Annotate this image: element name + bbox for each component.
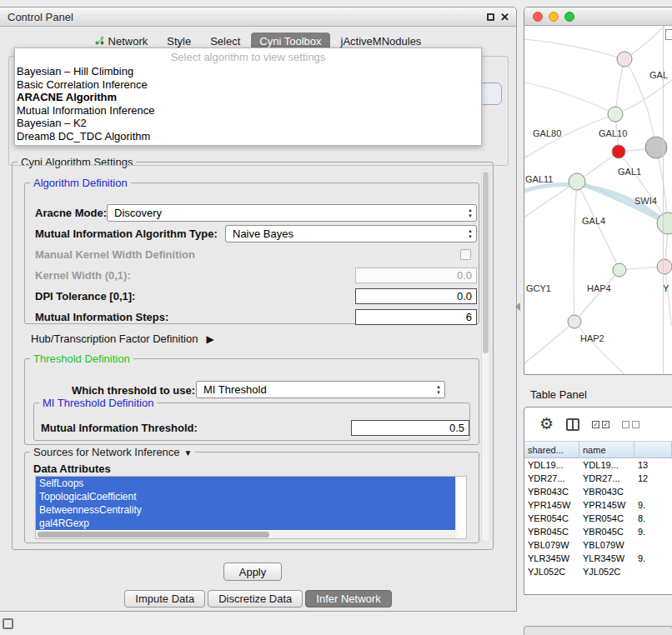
mi-steps-field[interactable]: 6 bbox=[355, 309, 477, 325]
apply-button[interactable]: Apply bbox=[223, 562, 282, 581]
data-attributes-list[interactable]: SelfLoopsTopologicalCoefficientBetweenne… bbox=[35, 476, 467, 539]
network-node[interactable] bbox=[617, 52, 632, 67]
which-threshold-select[interactable]: MI Threshold ▲▼ bbox=[196, 381, 445, 398]
minimized-panel-icon[interactable] bbox=[3, 618, 13, 629]
table-row[interactable]: YBR043CYBR043C bbox=[524, 485, 672, 498]
settings-scrollbar[interactable] bbox=[481, 169, 490, 542]
network-node-label: GAL bbox=[649, 70, 668, 80]
threshold-definition-group: Threshold Definition Which threshold to … bbox=[24, 358, 479, 445]
float-window-icon[interactable] bbox=[487, 13, 494, 21]
table-row[interactable]: YBR045CYBR045C9. bbox=[524, 525, 672, 538]
network-view-window: GALGAL80GAL10GAL1GAL11SWI4GAL4GCY1HAP4YH… bbox=[524, 7, 672, 375]
table-cell: YER054C bbox=[524, 513, 579, 523]
columns-icon[interactable] bbox=[566, 418, 579, 431]
table-row[interactable]: YDL19...YDL19...13 bbox=[524, 458, 672, 472]
kernel-width-field: 0.0 bbox=[355, 268, 477, 283]
network-edge bbox=[664, 267, 671, 326]
algorithm-definition-group: Algorithm Definition Aracne Mode: Discov… bbox=[24, 182, 479, 324]
network-canvas[interactable]: GALGAL80GAL10GAL1GAL11SWI4GAL4GCY1HAP4YH… bbox=[524, 26, 672, 375]
algorithm-options: Bayesian – Hill ClimbingBasic Correlatio… bbox=[15, 65, 481, 142]
table-cell: YBL079W bbox=[579, 540, 634, 550]
list-horizontal-scrollbar[interactable] bbox=[36, 531, 457, 538]
threshold-definition-title: Threshold Definition bbox=[30, 352, 133, 365]
sources-group: Sources for Network Inference▼ Data Attr… bbox=[24, 452, 479, 543]
bottom-tab-discretize-data[interactable]: Discretize Data bbox=[208, 590, 303, 608]
column-header-extra[interactable] bbox=[634, 442, 672, 458]
bottom-tab-impute-data[interactable]: Impute Data bbox=[124, 590, 205, 608]
column-header-name[interactable]: name bbox=[579, 442, 634, 458]
control-panel-titlebar[interactable]: Control Panel ✕ bbox=[0, 8, 516, 27]
zoom-traffic-light-icon[interactable] bbox=[564, 12, 574, 22]
which-threshold-value: MI Threshold bbox=[203, 383, 267, 396]
close-window-icon[interactable]: ✕ bbox=[500, 12, 509, 22]
combo-arrows-icon: ▲▼ bbox=[468, 228, 473, 240]
splitter-collapse-icon[interactable] bbox=[515, 302, 520, 311]
algorithm-option-basic-correlation-inference[interactable]: Basic Correlation Inference bbox=[15, 78, 481, 92]
network-node[interactable] bbox=[613, 263, 626, 277]
network-node[interactable] bbox=[657, 259, 672, 274]
hub-tf-definition-toggle[interactable]: Hub/Transcription Factor Definition▶ bbox=[31, 332, 214, 345]
table-cell: YBR043C bbox=[524, 487, 579, 497]
mi-threshold-field[interactable]: 0.5 bbox=[351, 420, 469, 436]
table-cell: YPR145W bbox=[524, 500, 579, 510]
network-scroll-button[interactable] bbox=[665, 29, 672, 40]
data-attribute-item-selfloops[interactable]: SelfLoops bbox=[36, 477, 455, 490]
dpi-tolerance-field[interactable]: 0.0 bbox=[355, 288, 477, 304]
table-panel-title: Table Panel bbox=[530, 388, 587, 401]
table-row[interactable]: YPR145WYPR145W9. bbox=[524, 498, 672, 512]
sources-group-title: Sources for Network Inference bbox=[33, 446, 180, 458]
network-node-label: GAL1 bbox=[618, 167, 641, 177]
mi-type-select[interactable]: Naive Bayes ▲▼ bbox=[225, 225, 477, 242]
select-all-columns-icon[interactable]: ✓✓ bbox=[592, 421, 609, 428]
gear-icon[interactable]: ⚙ bbox=[539, 416, 554, 432]
table-row[interactable]: YLR345WYLR345W9. bbox=[524, 552, 672, 565]
network-node[interactable] bbox=[569, 173, 585, 190]
aracne-mode-select[interactable]: Discovery ▲▼ bbox=[107, 204, 477, 222]
data-attribute-item-gal4rgexp[interactable]: gal4RGexp bbox=[36, 517, 455, 530]
network-node-label: HAP4 bbox=[587, 283, 611, 293]
algorithm-option-dream8-dc-tdc-algorithm[interactable]: Dream8 DC_TDC Algorithm bbox=[15, 130, 481, 143]
table-cell: 8. bbox=[634, 513, 672, 523]
data-attribute-item-betweennesscentrality[interactable]: BetweennessCentrality bbox=[36, 503, 455, 517]
window-title: Control Panel bbox=[8, 11, 73, 23]
table-row[interactable]: YDR27...YDR27...12 bbox=[524, 472, 672, 485]
network-node[interactable] bbox=[608, 107, 623, 122]
deselect-all-columns-icon[interactable] bbox=[622, 421, 639, 428]
dpi-tolerance-label: DPI Tolerance [0,1]: bbox=[35, 290, 135, 302]
list-vertical-scrollbar[interactable] bbox=[455, 477, 466, 538]
algorithm-option-mutual-information-inference[interactable]: Mutual Information Inference bbox=[15, 104, 481, 118]
desktop: Control Panel ✕ NetworkStyleSelectCyni T… bbox=[0, 0, 672, 635]
network-node[interactable] bbox=[612, 145, 625, 158]
minimize-traffic-light-icon[interactable] bbox=[549, 12, 559, 22]
table-cell: YDL19... bbox=[579, 460, 634, 470]
table-cell: 13 bbox=[634, 460, 672, 470]
table-row[interactable]: YJL052CYJL052C bbox=[524, 565, 672, 578]
hub-tf-definition-label: Hub/Transcription Factor Definition bbox=[31, 332, 198, 345]
close-traffic-light-icon[interactable] bbox=[533, 12, 543, 22]
bottom-tab-infer-network[interactable]: Infer Network bbox=[305, 590, 391, 608]
network-right-edge bbox=[663, 26, 664, 374]
column-header-shared[interactable]: shared... bbox=[524, 442, 579, 458]
mi-type-value: Naive Bayes bbox=[233, 228, 293, 240]
algorithm-option-bayesian-k2[interactable]: Bayesian – K2 bbox=[15, 117, 481, 130]
table-row[interactable]: YBL079WYBL079W bbox=[524, 538, 672, 552]
table-cell: YLR345W bbox=[524, 553, 579, 563]
network-node-label: GCY1 bbox=[526, 283, 551, 293]
network-window-titlebar[interactable] bbox=[524, 8, 672, 26]
network-node-label: SWI4 bbox=[634, 196, 657, 206]
dropdown-placeholder: Select algorithm to view settings bbox=[15, 48, 481, 65]
network-node[interactable] bbox=[568, 315, 581, 328]
tab-label: Cyni Toolbox bbox=[259, 35, 321, 48]
table-row[interactable]: YER054CYER054C8. bbox=[524, 512, 672, 525]
sources-group-toggle[interactable]: Sources for Network Inference▼ bbox=[30, 446, 195, 458]
aracne-mode-value: Discovery bbox=[114, 207, 162, 219]
algorithm-definition-title: Algorithm Definition bbox=[30, 177, 131, 189]
network-node[interactable] bbox=[645, 137, 667, 158]
network-node-label: GAL4 bbox=[582, 216, 605, 226]
tab-label: jActiveMNodules bbox=[341, 35, 422, 48]
table-cell: YBR045C bbox=[524, 527, 579, 537]
algorithm-option-aracne-algorithm[interactable]: ARACNE Algorithm bbox=[15, 91, 481, 104]
algorithm-option-bayesian-hill-climbing[interactable]: Bayesian – Hill Climbing bbox=[15, 65, 481, 78]
data-attribute-item-topologicalcoefficient[interactable]: TopologicalCoefficient bbox=[36, 490, 455, 503]
table-cell: 9. bbox=[634, 527, 672, 537]
